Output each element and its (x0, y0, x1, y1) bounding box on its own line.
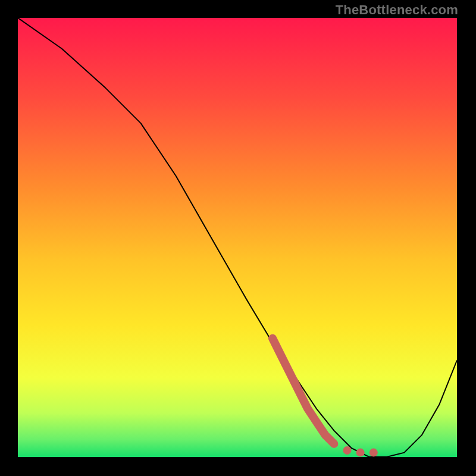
watermark-text: TheBottleneck.com (336, 2, 458, 18)
chart-frame: TheBottleneck.com (0, 0, 476, 476)
recommended-range-dot (356, 449, 365, 457)
recommended-range-dot (343, 446, 352, 455)
chart-svg (18, 18, 457, 457)
plot-area (18, 18, 457, 457)
gradient-background (18, 18, 457, 457)
recommended-range-dot (369, 449, 378, 457)
